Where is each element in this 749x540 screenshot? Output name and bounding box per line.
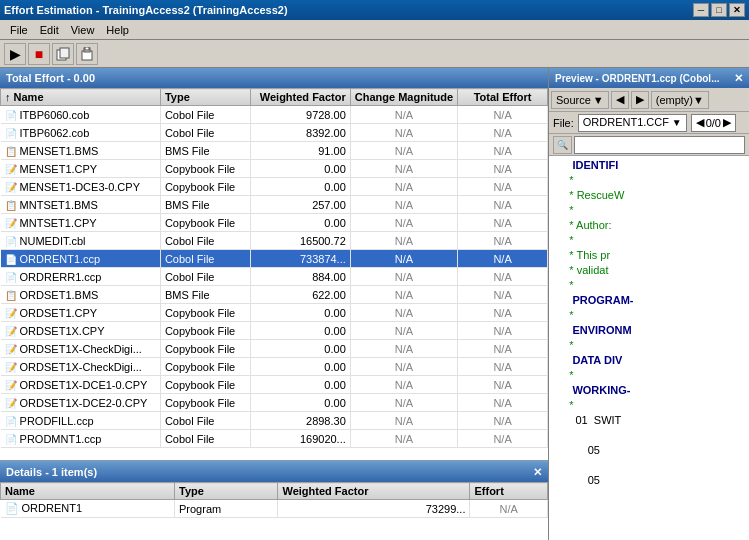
- file-label: File:: [553, 117, 574, 129]
- table-row[interactable]: 📋 ORDSET1.BMS BMS File 622.00 N/A N/A: [1, 286, 548, 304]
- page-nav-right[interactable]: ▶: [723, 116, 731, 129]
- file-type-icon: 📋: [5, 146, 17, 157]
- cell-cm: N/A: [350, 268, 457, 286]
- file-name-text: PRODFILL.ccp: [20, 415, 94, 427]
- table-row[interactable]: 📝 ORDSET1X-CheckDigi... Copybook File 0.…: [1, 358, 548, 376]
- title-bar: Effort Estimation - TrainingAccess2 (Tra…: [0, 0, 749, 20]
- nav-forward-button[interactable]: ▶: [631, 91, 649, 109]
- code-area[interactable]: IDENTIFI * * RescueW * * Author: * * Thi…: [549, 156, 749, 540]
- source-button[interactable]: Source ▼: [551, 91, 609, 109]
- cell-wf: 622.00: [250, 286, 350, 304]
- details-col-name[interactable]: Name: [1, 483, 175, 500]
- file-type-icon: 📄: [5, 272, 17, 283]
- empty-dropdown[interactable]: (empty) ▼: [651, 91, 709, 109]
- details-cell-effort: N/A: [470, 500, 548, 518]
- col-header-name[interactable]: ↑ Name: [1, 89, 161, 106]
- search-input[interactable]: [574, 136, 745, 154]
- details-col-type[interactable]: Type: [175, 483, 278, 500]
- table-row[interactable]: 📄 NUMEDIT.cbl Cobol File 16500.72 N/A N/…: [1, 232, 548, 250]
- col-header-cm[interactable]: Change Magnitude: [350, 89, 457, 106]
- cell-wf: 8392.00: [250, 124, 350, 142]
- menu-help[interactable]: Help: [100, 22, 135, 38]
- details-table-row[interactable]: 📄 ORDRENT1 Program 73299... N/A: [1, 500, 548, 518]
- details-col-wf[interactable]: Weighted Factor: [278, 483, 470, 500]
- cell-te: N/A: [458, 160, 548, 178]
- details-close-button[interactable]: ✕: [533, 466, 542, 479]
- cell-wf: 9728.00: [250, 106, 350, 124]
- table-row[interactable]: 📄 PRODMNT1.ccp Cobol File 169020... N/A …: [1, 430, 548, 448]
- table-row[interactable]: 📄 PRODFILL.ccp Cobol File 2898.30 N/A N/…: [1, 412, 548, 430]
- file-name-text: ORDSET1.BMS: [20, 289, 99, 301]
- code-line: *: [551, 278, 747, 293]
- table-row[interactable]: 📝 ORDSET1X-CheckDigi... Copybook File 0.…: [1, 340, 548, 358]
- table-row[interactable]: 📝 ORDSET1.CPY Copybook File 0.00 N/A N/A: [1, 304, 548, 322]
- details-cell-wf: 73299...: [278, 500, 470, 518]
- table-row[interactable]: 📄 ITBP6060.cob Cobol File 9728.00 N/A N/…: [1, 106, 548, 124]
- table-row[interactable]: 📄 ITBP6062.cob Cobol File 8392.00 N/A N/…: [1, 124, 548, 142]
- cell-name: 📄 ORDRERR1.ccp: [1, 268, 161, 286]
- page-nav-left[interactable]: ◀: [696, 116, 704, 129]
- cell-cm: N/A: [350, 142, 457, 160]
- file-name-text: ORDRENT1.ccp: [20, 253, 101, 265]
- cell-name: 📝 ORDSET1X-DCE1-0.CPY: [1, 376, 161, 394]
- table-row[interactable]: 📝 ORDSET1X.CPY Copybook File 0.00 N/A N/…: [1, 322, 548, 340]
- code-line: IDENTIFI: [551, 158, 747, 173]
- table-row[interactable]: 📄 ORDRENT1.ccp Cobol File 733874... N/A …: [1, 250, 548, 268]
- table-row[interactable]: 📝 ORDSET1X-DCE2-0.CPY Copybook File 0.00…: [1, 394, 548, 412]
- cell-te: N/A: [458, 304, 548, 322]
- cell-name: 📝 ORDSET1X-DCE2-0.CPY: [1, 394, 161, 412]
- table-row[interactable]: 📄 ORDRERR1.ccp Cobol File 884.00 N/A N/A: [1, 268, 548, 286]
- table-row[interactable]: 📋 MENSET1.BMS BMS File 91.00 N/A N/A: [1, 142, 548, 160]
- cell-type: Copybook File: [160, 394, 250, 412]
- stop-button[interactable]: ■: [28, 43, 50, 65]
- nav-back-button[interactable]: ◀: [611, 91, 629, 109]
- details-header: Details - 1 item(s) ✕: [0, 462, 548, 482]
- file-name-text: MNTSET1.BMS: [20, 199, 98, 211]
- menu-view[interactable]: View: [65, 22, 101, 38]
- cell-te: N/A: [458, 142, 548, 160]
- cell-type: Copybook File: [160, 178, 250, 196]
- table-row[interactable]: 📋 MNTSET1.BMS BMS File 257.00 N/A N/A: [1, 196, 548, 214]
- cell-name: 📄 NUMEDIT.cbl: [1, 232, 161, 250]
- cell-type: Copybook File: [160, 160, 250, 178]
- cell-type: Copybook File: [160, 214, 250, 232]
- file-name-text: ORDSET1X-DCE2-0.CPY: [20, 397, 148, 409]
- cell-te: N/A: [458, 286, 548, 304]
- cell-te: N/A: [458, 106, 548, 124]
- file-dropdown[interactable]: ORDRENT1.CCF ▼: [578, 114, 687, 132]
- table-row[interactable]: 📝 MNTSET1.CPY Copybook File 0.00 N/A N/A: [1, 214, 548, 232]
- details-panel: Details - 1 item(s) ✕ Name Type Weighted…: [0, 460, 548, 540]
- minimize-button[interactable]: ─: [693, 3, 709, 17]
- table-row[interactable]: 📝 ORDSET1X-DCE1-0.CPY Copybook File 0.00…: [1, 376, 548, 394]
- cell-te: N/A: [458, 322, 548, 340]
- table-scroll[interactable]: ↑ Name Type Weighted Factor Change Magni…: [0, 88, 548, 460]
- cell-cm: N/A: [350, 214, 457, 232]
- menu-file[interactable]: File: [4, 22, 34, 38]
- details-file-icon: 📄: [5, 502, 19, 514]
- details-table-container[interactable]: Name Type Weighted Factor Effort 📄 ORDRE…: [0, 482, 548, 540]
- table-row[interactable]: 📝 MENSET1-DCE3-0.CPY Copybook File 0.00 …: [1, 178, 548, 196]
- cell-cm: N/A: [350, 322, 457, 340]
- table-row[interactable]: 📝 MENSET1.CPY Copybook File 0.00 N/A N/A: [1, 160, 548, 178]
- preview-close-icon[interactable]: ✕: [734, 72, 743, 85]
- maximize-button[interactable]: □: [711, 3, 727, 17]
- cell-type: Cobol File: [160, 232, 250, 250]
- copy-button[interactable]: [52, 43, 74, 65]
- close-button[interactable]: ✕: [729, 3, 745, 17]
- cell-cm: N/A: [350, 250, 457, 268]
- file-name-text: MNTSET1.CPY: [20, 217, 97, 229]
- code-line: *: [551, 338, 747, 353]
- details-col-effort[interactable]: Effort: [470, 483, 548, 500]
- run-button[interactable]: ▶: [4, 43, 26, 65]
- file-name-text: MENSET1.CPY: [20, 163, 98, 175]
- file-type-icon: 📝: [5, 344, 17, 355]
- search-icon-btn[interactable]: 🔍: [553, 136, 572, 154]
- menu-edit[interactable]: Edit: [34, 22, 65, 38]
- col-header-type[interactable]: Type: [160, 89, 250, 106]
- paste-button[interactable]: [76, 43, 98, 65]
- col-header-wf[interactable]: Weighted Factor: [250, 89, 350, 106]
- svg-rect-4: [85, 47, 89, 50]
- col-header-te[interactable]: Total Effort: [458, 89, 548, 106]
- file-name-text: ORDRERR1.ccp: [20, 271, 102, 283]
- toolbar: ▶ ■: [0, 40, 749, 68]
